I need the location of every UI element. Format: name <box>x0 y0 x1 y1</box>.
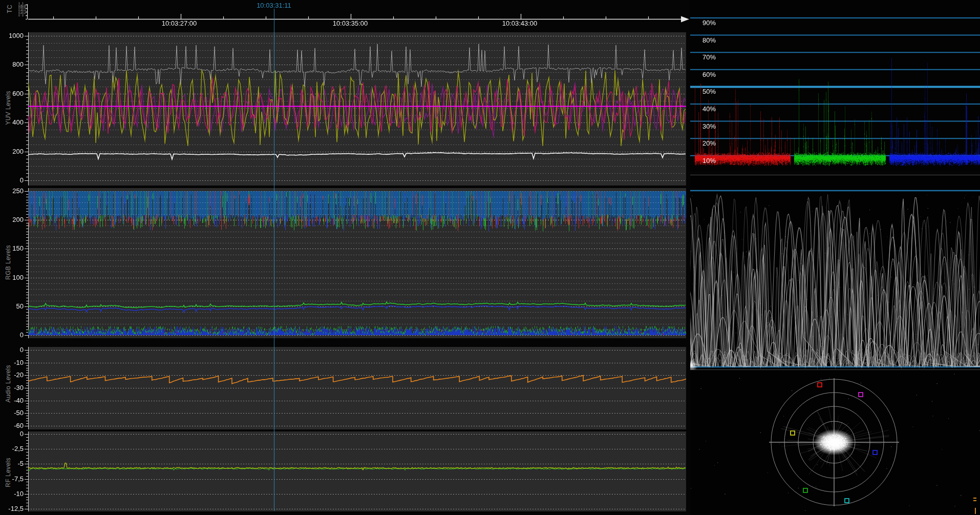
histogram-percent-label: 30% <box>702 122 716 130</box>
yuv-levels-chart <box>24 32 686 186</box>
vectorscope <box>690 370 980 515</box>
timecode-label: 10:03:43:00 <box>497 19 543 27</box>
histogram-percent-label: 10% <box>702 157 716 164</box>
rf-levels-chart <box>24 431 686 511</box>
broadcast-monitor-window: TC YUV Levels RGB Levels Audio Levels RF… <box>0 0 980 515</box>
histogram-percent-label: 90% <box>702 19 716 27</box>
audio-tick-label: -30 <box>0 384 24 392</box>
rgb-percent-histogram <box>690 0 980 172</box>
yuv-tick-label: 1000 <box>0 32 24 39</box>
audio-tick-label: 0 <box>0 346 24 354</box>
rf-tick-label: -12,5 <box>0 505 24 512</box>
timeline-cursor-label: 10:03:31:11 <box>257 2 291 9</box>
audio-tick-label: -40 <box>0 397 24 404</box>
timecode-mini-scale: 1 0,8 0,6 0,4 0,2 0 <box>22 2 26 16</box>
histogram-percent-label: 60% <box>702 71 716 78</box>
histogram-percent-label: 50% <box>702 88 716 95</box>
audio-tick-label: -10 <box>0 359 24 366</box>
yuv-tick-label: 800 <box>0 60 24 68</box>
timecode-label: 10:03:27:00 <box>156 19 202 27</box>
rgb-tick-label: 150 <box>0 244 24 252</box>
audio-tick-label: -60 <box>0 422 24 429</box>
yuv-tick-label: 400 <box>0 118 24 126</box>
rgb-tick-label: 0 <box>0 331 24 339</box>
audio-tick-label: -50 <box>0 409 24 417</box>
audio-tick-label: -20 <box>0 371 24 379</box>
rgb-tick-label: 100 <box>0 274 24 281</box>
yuv-tick-label: 600 <box>0 90 24 97</box>
rgb-tick-label: 250 <box>0 187 24 195</box>
yuv-tick-label: 200 <box>0 148 24 155</box>
rf-tick-label: -10 <box>0 490 24 498</box>
yuv-tick-label: 0 <box>0 176 24 184</box>
timecode-mini-scale: 1 0,8 0,6 0,4 0,2 0 <box>18 2 22 16</box>
histogram-percent-label: 80% <box>702 36 716 44</box>
timeline-cursor[interactable] <box>274 9 274 511</box>
rf-tick-label: 0 <box>0 430 24 438</box>
timecode-label: 10:03:35:00 <box>327 19 373 27</box>
rf-tick-label: -2,5 <box>0 445 24 452</box>
histogram-percent-label: 20% <box>702 139 716 147</box>
rgb-levels-chart <box>24 188 686 338</box>
rgb-tick-label: 50 <box>0 302 24 310</box>
audio-levels-chart <box>24 347 686 429</box>
rf-tick-label: -5 <box>0 460 24 467</box>
rf-tick-label: -7,5 <box>0 475 24 483</box>
rgb-tick-label: 200 <box>0 216 24 223</box>
histogram-percent-label: 70% <box>702 53 716 61</box>
histogram-percent-label: 40% <box>702 105 716 113</box>
luma-waveform-scope <box>690 175 980 370</box>
